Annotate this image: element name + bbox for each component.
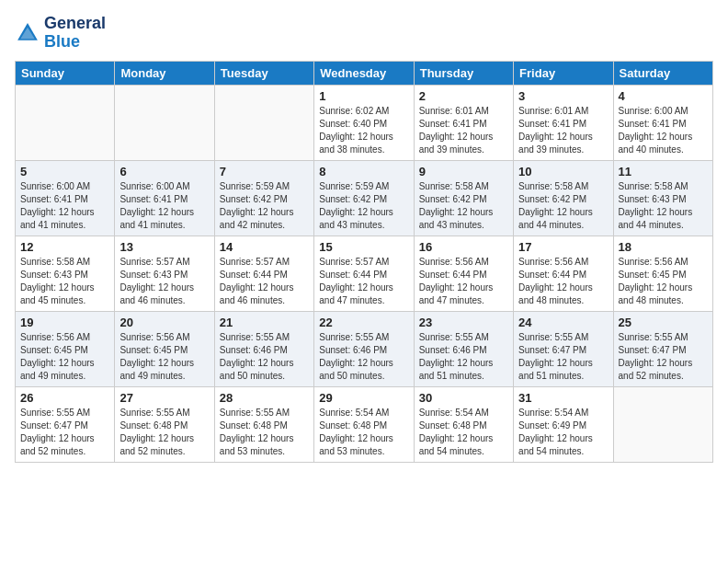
day-number: 23 bbox=[419, 316, 508, 329]
day-info: Sunrise: 5:54 AM Sunset: 6:48 PM Dayligh… bbox=[319, 407, 408, 458]
day-number: 1 bbox=[319, 89, 408, 103]
calendar-cell bbox=[214, 85, 313, 160]
day-info: Sunrise: 5:57 AM Sunset: 6:44 PM Dayligh… bbox=[220, 256, 309, 307]
day-info: Sunrise: 6:00 AM Sunset: 6:41 PM Dayligh… bbox=[119, 180, 209, 232]
calendar-cell: 4Sunrise: 6:00 AM Sunset: 6:41 PM Daylig… bbox=[613, 85, 712, 160]
day-info: Sunrise: 5:57 AM Sunset: 6:44 PM Dayligh… bbox=[319, 256, 408, 307]
day-info: Sunrise: 5:58 AM Sunset: 6:43 PM Dayligh… bbox=[20, 256, 109, 307]
calendar-cell: 22Sunrise: 5:55 AM Sunset: 6:46 PM Dayli… bbox=[314, 311, 414, 386]
day-number: 7 bbox=[220, 165, 309, 178]
day-number: 12 bbox=[20, 240, 109, 254]
day-info: Sunrise: 5:57 AM Sunset: 6:43 PM Dayligh… bbox=[119, 256, 209, 307]
day-info: Sunrise: 6:02 AM Sunset: 6:40 PM Dayligh… bbox=[319, 105, 408, 156]
weekday-header: Sunday bbox=[16, 61, 115, 85]
day-number: 9 bbox=[419, 165, 508, 178]
day-info: Sunrise: 5:58 AM Sunset: 6:43 PM Dayligh… bbox=[619, 180, 708, 232]
day-number: 28 bbox=[220, 391, 309, 405]
calendar-cell: 2Sunrise: 6:01 AM Sunset: 6:41 PM Daylig… bbox=[414, 85, 513, 160]
calendar-cell: 18Sunrise: 5:56 AM Sunset: 6:45 PM Dayli… bbox=[613, 236, 712, 311]
day-number: 31 bbox=[518, 391, 608, 405]
day-number: 8 bbox=[319, 165, 408, 178]
weekday-header: Wednesday bbox=[314, 61, 414, 85]
day-info: Sunrise: 5:55 AM Sunset: 6:48 PM Dayligh… bbox=[119, 407, 209, 458]
calendar-cell bbox=[16, 85, 115, 160]
day-number: 6 bbox=[119, 165, 209, 178]
day-info: Sunrise: 5:56 AM Sunset: 6:44 PM Dayligh… bbox=[419, 256, 508, 307]
day-number: 27 bbox=[119, 391, 209, 405]
calendar-cell: 15Sunrise: 5:57 AM Sunset: 6:44 PM Dayli… bbox=[314, 236, 414, 311]
weekday-header: Saturday bbox=[613, 61, 712, 85]
calendar-cell: 27Sunrise: 5:55 AM Sunset: 6:48 PM Dayli… bbox=[115, 386, 214, 462]
day-info: Sunrise: 5:55 AM Sunset: 6:46 PM Dayligh… bbox=[220, 331, 309, 383]
day-number: 29 bbox=[319, 391, 408, 405]
logo: General Blue bbox=[15, 15, 106, 52]
weekday-header: Monday bbox=[115, 61, 214, 85]
day-info: Sunrise: 5:56 AM Sunset: 6:45 PM Dayligh… bbox=[119, 331, 209, 383]
day-info: Sunrise: 5:56 AM Sunset: 6:45 PM Dayligh… bbox=[619, 256, 708, 307]
calendar-cell: 31Sunrise: 5:54 AM Sunset: 6:49 PM Dayli… bbox=[514, 386, 613, 462]
day-number: 3 bbox=[518, 89, 608, 103]
day-info: Sunrise: 5:55 AM Sunset: 6:47 PM Dayligh… bbox=[20, 407, 109, 458]
day-number: 17 bbox=[518, 240, 608, 254]
calendar-week-row: 1Sunrise: 6:02 AM Sunset: 6:40 PM Daylig… bbox=[16, 85, 713, 160]
weekday-header-row: SundayMondayTuesdayWednesdayThursdayFrid… bbox=[16, 61, 713, 85]
calendar-cell: 7Sunrise: 5:59 AM Sunset: 6:42 PM Daylig… bbox=[214, 160, 313, 236]
calendar-cell: 21Sunrise: 5:55 AM Sunset: 6:46 PM Dayli… bbox=[214, 311, 313, 386]
calendar-cell: 19Sunrise: 5:56 AM Sunset: 6:45 PM Dayli… bbox=[16, 311, 115, 386]
calendar-cell: 30Sunrise: 5:54 AM Sunset: 6:48 PM Dayli… bbox=[414, 386, 513, 462]
day-number: 20 bbox=[119, 316, 209, 329]
day-info: Sunrise: 5:58 AM Sunset: 6:42 PM Dayligh… bbox=[518, 180, 608, 232]
day-info: Sunrise: 6:01 AM Sunset: 6:41 PM Dayligh… bbox=[518, 105, 608, 156]
calendar-cell bbox=[613, 386, 712, 462]
day-number: 4 bbox=[619, 89, 708, 103]
day-info: Sunrise: 5:56 AM Sunset: 6:44 PM Dayligh… bbox=[518, 256, 608, 307]
calendar-cell: 25Sunrise: 5:55 AM Sunset: 6:47 PM Dayli… bbox=[613, 311, 712, 386]
weekday-header: Friday bbox=[514, 61, 613, 85]
calendar-cell: 24Sunrise: 5:55 AM Sunset: 6:47 PM Dayli… bbox=[514, 311, 613, 386]
calendar-cell: 23Sunrise: 5:55 AM Sunset: 6:46 PM Dayli… bbox=[414, 311, 513, 386]
calendar-cell: 29Sunrise: 5:54 AM Sunset: 6:48 PM Dayli… bbox=[314, 386, 414, 462]
day-number: 16 bbox=[419, 240, 508, 254]
weekday-header: Tuesday bbox=[214, 61, 313, 85]
calendar-cell: 1Sunrise: 6:02 AM Sunset: 6:40 PM Daylig… bbox=[314, 85, 414, 160]
day-info: Sunrise: 5:55 AM Sunset: 6:47 PM Dayligh… bbox=[619, 331, 708, 383]
calendar-cell: 5Sunrise: 6:00 AM Sunset: 6:41 PM Daylig… bbox=[16, 160, 115, 236]
day-info: Sunrise: 5:55 AM Sunset: 6:48 PM Dayligh… bbox=[220, 407, 309, 458]
day-number: 2 bbox=[419, 89, 508, 103]
logo-text: General Blue bbox=[44, 15, 106, 52]
day-number: 30 bbox=[419, 391, 508, 405]
day-info: Sunrise: 5:59 AM Sunset: 6:42 PM Dayligh… bbox=[220, 180, 309, 232]
calendar-cell: 20Sunrise: 5:56 AM Sunset: 6:45 PM Dayli… bbox=[115, 311, 214, 386]
calendar-week-row: 26Sunrise: 5:55 AM Sunset: 6:47 PM Dayli… bbox=[16, 386, 713, 462]
day-info: Sunrise: 6:00 AM Sunset: 6:41 PM Dayligh… bbox=[619, 105, 708, 156]
calendar-week-row: 12Sunrise: 5:58 AM Sunset: 6:43 PM Dayli… bbox=[16, 236, 713, 311]
page-header: General Blue bbox=[15, 15, 713, 52]
weekday-header: Thursday bbox=[414, 61, 513, 85]
calendar-cell: 17Sunrise: 5:56 AM Sunset: 6:44 PM Dayli… bbox=[514, 236, 613, 311]
day-info: Sunrise: 5:54 AM Sunset: 6:49 PM Dayligh… bbox=[518, 407, 608, 458]
day-info: Sunrise: 5:55 AM Sunset: 6:47 PM Dayligh… bbox=[518, 331, 608, 383]
calendar-cell bbox=[115, 85, 214, 160]
calendar-table: SundayMondayTuesdayWednesdayThursdayFrid… bbox=[15, 61, 713, 463]
calendar-cell: 8Sunrise: 5:59 AM Sunset: 6:42 PM Daylig… bbox=[314, 160, 414, 236]
calendar-cell: 6Sunrise: 6:00 AM Sunset: 6:41 PM Daylig… bbox=[115, 160, 214, 236]
day-info: Sunrise: 5:55 AM Sunset: 6:46 PM Dayligh… bbox=[319, 331, 408, 383]
calendar-cell: 14Sunrise: 5:57 AM Sunset: 6:44 PM Dayli… bbox=[214, 236, 313, 311]
logo-icon bbox=[15, 20, 40, 46]
calendar-cell: 3Sunrise: 6:01 AM Sunset: 6:41 PM Daylig… bbox=[514, 85, 613, 160]
day-number: 26 bbox=[20, 391, 109, 405]
calendar-cell: 10Sunrise: 5:58 AM Sunset: 6:42 PM Dayli… bbox=[514, 160, 613, 236]
day-number: 11 bbox=[619, 165, 708, 178]
calendar-week-row: 5Sunrise: 6:00 AM Sunset: 6:41 PM Daylig… bbox=[16, 160, 713, 236]
calendar-cell: 16Sunrise: 5:56 AM Sunset: 6:44 PM Dayli… bbox=[414, 236, 513, 311]
day-info: Sunrise: 5:58 AM Sunset: 6:42 PM Dayligh… bbox=[419, 180, 508, 232]
day-number: 14 bbox=[220, 240, 309, 254]
day-number: 10 bbox=[518, 165, 608, 178]
day-number: 22 bbox=[319, 316, 408, 329]
day-info: Sunrise: 5:56 AM Sunset: 6:45 PM Dayligh… bbox=[20, 331, 109, 383]
day-info: Sunrise: 5:59 AM Sunset: 6:42 PM Dayligh… bbox=[319, 180, 408, 232]
calendar-cell: 9Sunrise: 5:58 AM Sunset: 6:42 PM Daylig… bbox=[414, 160, 513, 236]
day-number: 18 bbox=[619, 240, 708, 254]
day-number: 15 bbox=[319, 240, 408, 254]
day-info: Sunrise: 6:01 AM Sunset: 6:41 PM Dayligh… bbox=[419, 105, 508, 156]
